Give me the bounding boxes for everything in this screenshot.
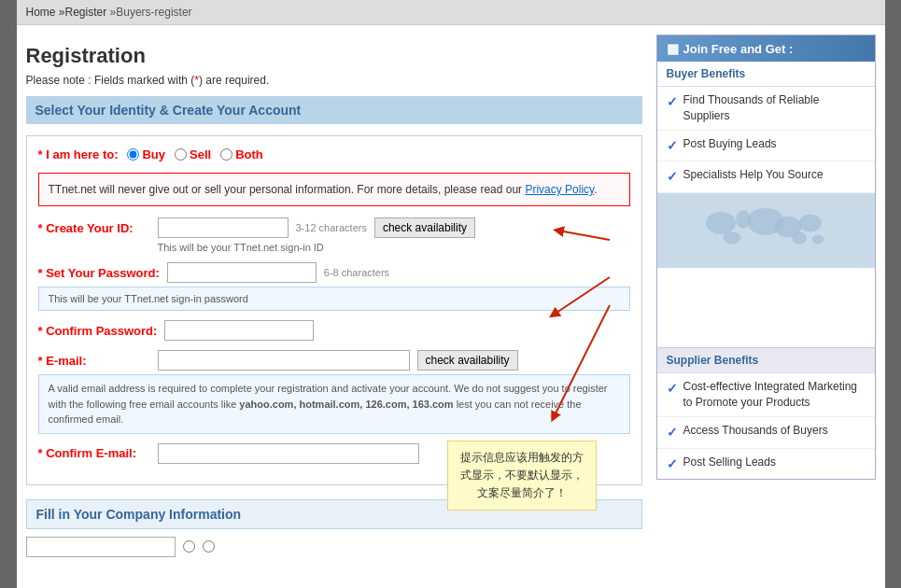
email-input[interactable] (158, 350, 410, 371)
sidebar-buyer-item-0: ✓ Find Thousands of Reliable Suppliers (657, 87, 875, 131)
breadcrumb-home[interactable]: Home (26, 6, 56, 19)
confirm-password-label: * Confirm Password: (38, 324, 158, 338)
check-email-availability-button[interactable]: check availability (417, 350, 518, 371)
radio-both-label: Both (235, 147, 263, 161)
section-header-identity: Select Your Identity & Create Your Accou… (26, 96, 642, 124)
world-map (657, 193, 875, 268)
sidebar-buyer-benefits-header: Buyer Benefits (657, 62, 875, 87)
company-radio-2[interactable] (203, 540, 215, 553)
sidebar-header-icon: ▦ (667, 41, 679, 56)
annotation-box: 提示信息应该用触发的方式显示，不要默认显示，文案尽量简介了！ (447, 441, 597, 511)
sidebar-buyer-item-2: ✓ Specialists Help You Source (657, 161, 875, 193)
create-id-sub-hint: This will be your TTnet.net sign-in ID (158, 242, 630, 253)
email-label: * E-mail: (38, 354, 150, 368)
svg-point-6 (792, 231, 807, 244)
sidebar-supplier-benefits-header: Supplier Benefits (657, 348, 875, 373)
company-row (26, 537, 642, 557)
required-note: Please note : Fields marked with (*) are… (26, 74, 642, 87)
sidebar-supplier-item-1: ✓ Access Thousands of Buyers (657, 417, 875, 449)
company-radio-1[interactable] (183, 540, 195, 553)
breadcrumb: Home »Register »Buyers-register (17, 0, 885, 25)
password-label: * Set Your Password: (38, 266, 160, 280)
breadcrumb-register[interactable]: »Register (59, 6, 106, 19)
email-row: * E-mail: check availability A valid ema… (38, 350, 630, 434)
check-icon-1: ✓ (667, 137, 678, 156)
sidebar-buyer-item-2-text: Specialists Help You Source (683, 167, 824, 183)
radio-buy[interactable]: Buy (127, 147, 165, 161)
breadcrumb-buyers-register: »Buyers-register (110, 6, 192, 19)
i-am-here-to-row: * I am here to: Buy Sell Both (38, 147, 630, 161)
radio-sell-input[interactable] (175, 148, 187, 161)
svg-point-7 (812, 235, 824, 245)
confirm-email-input[interactable] (158, 443, 419, 464)
privacy-notice: TTnet.net will never give out or sell yo… (38, 173, 630, 206)
check-icon-2: ✓ (667, 168, 678, 187)
radio-buy-input[interactable] (127, 148, 139, 161)
check-icon-s0: ✓ (667, 380, 678, 399)
sidebar-supplier-item-0-text: Cost-effective Integrated Marketing to P… (683, 379, 866, 411)
sidebar-join-box: ▦ Join Free and Get : Buyer Benefits ✓ F… (656, 35, 876, 480)
i-am-here-to-label: * I am here to: (38, 147, 119, 161)
radio-sell-label: Sell (190, 147, 211, 161)
confirm-email-label: * Confirm E-mail: (38, 446, 150, 460)
svg-point-5 (799, 214, 822, 231)
radio-both[interactable]: Both (220, 147, 263, 161)
create-id-chars-hint: 3-12 characters (296, 222, 367, 233)
sidebar-buyer-item-1: ✓ Post Buying Leads (657, 131, 875, 162)
sidebar-header-label: Join Free and Get : (683, 42, 794, 56)
radio-buy-label: Buy (142, 147, 165, 161)
radio-both-input[interactable] (220, 148, 232, 161)
sidebar-buyer-item-0-text: Find Thousands of Reliable Suppliers (683, 92, 866, 124)
page-title: Registration (26, 44, 642, 68)
form-section-account: * I am here to: Buy Sell Both (26, 135, 642, 485)
sidebar-supplier-item-0: ✓ Cost-effective Integrated Marketing to… (657, 373, 875, 417)
sidebar-buyer-item-1-text: Post Buying Leads (683, 136, 777, 152)
right-sidebar: ▦ Join Free and Get : Buyer Benefits ✓ F… (656, 35, 876, 557)
annotation-text: 提示信息应该用触发的方式显示，不要默认显示，文案尽量简介了！ (460, 451, 584, 499)
create-id-row: * Create Your ID: 3-12 characters check … (38, 217, 630, 253)
confirm-password-row: * Confirm Password: (38, 320, 630, 341)
privacy-policy-link[interactable]: Privacy Policy (525, 183, 594, 196)
sidebar-supplier-item-1-text: Access Thousands of Buyers (683, 423, 828, 439)
create-id-label: * Create Your ID: (38, 221, 150, 235)
sidebar-header: ▦ Join Free and Get : (657, 35, 875, 62)
company-input[interactable] (26, 537, 176, 557)
svg-point-2 (723, 231, 740, 244)
create-id-input[interactable] (158, 217, 289, 238)
password-hint-box: This will be your TTnet.net sign-in pass… (38, 287, 630, 311)
svg-point-0 (706, 212, 736, 234)
radio-sell[interactable]: Sell (175, 147, 211, 161)
confirm-password-input[interactable] (164, 320, 314, 341)
password-input[interactable] (167, 262, 317, 283)
password-row: * Set Your Password: 6-8 characters This… (38, 262, 630, 311)
check-id-availability-button[interactable]: check availability (374, 217, 475, 238)
email-hint-box: A valid email address is required to com… (38, 374, 630, 434)
password-chars-hint: 6-8 characters (324, 267, 389, 278)
check-icon-s1: ✓ (667, 424, 678, 442)
sidebar-supplier-item-2-text: Post Selling Leads (683, 455, 776, 470)
company-radio-2-input[interactable] (203, 540, 215, 553)
sidebar-supplier-item-2: ✓ Post Selling Leads (657, 449, 875, 480)
company-radio-1-input[interactable] (183, 540, 195, 553)
check-icon-0: ✓ (667, 93, 678, 112)
check-icon-s2: ✓ (667, 455, 678, 474)
